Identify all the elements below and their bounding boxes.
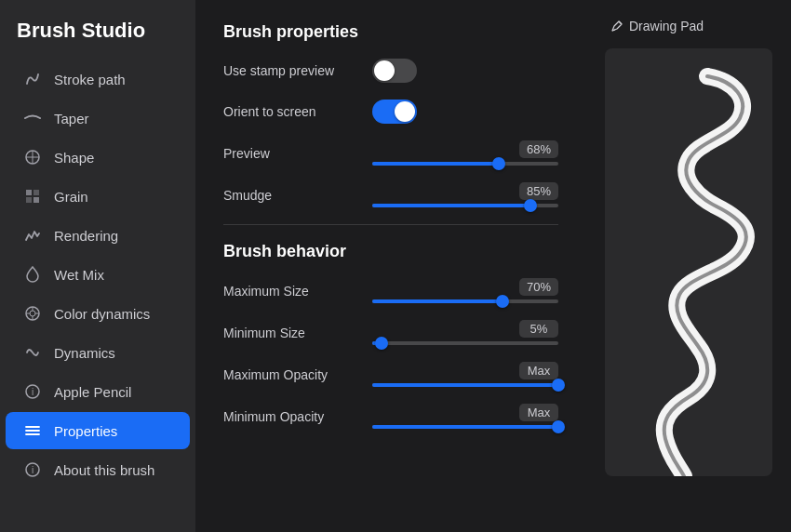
svg-text:i: i [32,465,34,475]
sidebar-item-wet-mix[interactable]: Wet Mix [6,256,190,293]
orient-screen-knob [395,101,415,122]
properties-icon [22,420,43,441]
max-size-fill [372,299,503,303]
sidebar-item-grain[interactable]: Grain [6,178,190,215]
max-size-value: 70% [519,278,558,296]
smudge-value: 85% [519,182,558,200]
grain-icon [22,186,43,206]
dynamics-icon [22,342,43,363]
min-opacity-row: Minimum Opacity Max [223,404,558,429]
drawing-pad-icon [610,20,623,33]
sidebar-item-taper-label: Taper [54,111,89,126]
sidebar: Brush Studio Stroke path Taper Shape [0,0,195,532]
drawing-pad-header: Drawing Pad [610,19,704,33]
smudge-value-header: 85% [372,182,558,200]
smudge-thumb [524,199,537,212]
sidebar-item-properties[interactable]: Properties [6,412,190,449]
svg-rect-4 [34,197,39,203]
sidebar-item-apple-pencil-label: Apple Pencil [54,384,131,400]
stamp-preview-row: Use stamp preview [223,59,558,83]
min-opacity-fill [372,425,558,429]
orient-screen-row: Orient to screen [223,100,558,124]
smudge-slider-container: 85% [372,182,558,207]
drawing-pad-label: Drawing Pad [629,19,704,33]
preview-value: 68% [519,140,558,158]
main-content: Brush properties Use stamp preview Orien… [195,0,586,532]
sidebar-item-wet-mix-label: Wet Mix [54,267,104,283]
min-opacity-label: Minimum Opacity [223,409,372,424]
sidebar-item-stroke-path[interactable]: Stroke path [6,60,190,98]
max-opacity-row: Maximum Opacity Max [223,362,558,387]
preview-track[interactable] [372,162,558,166]
app-title: Brush Studio [0,19,195,60]
sidebar-item-stroke-path-label: Stroke path [54,72,126,87]
sidebar-item-color-dynamics[interactable]: Color dynamics [6,295,190,332]
smudge-fill [372,204,530,207]
max-opacity-label: Maximum Opacity [223,367,372,382]
color-dynamics-icon [22,303,43,324]
sidebar-item-grain-label: Grain [54,189,88,205]
sidebar-item-color-dynamics-label: Color dynamics [54,306,150,322]
sidebar-item-dynamics-label: Dynamics [54,345,115,361]
max-opacity-fill [372,383,558,387]
orient-screen-control [372,100,558,124]
rendering-icon [22,225,43,246]
sidebar-item-about[interactable]: i About this brush [6,451,190,488]
min-size-value-header: 5% [372,320,558,338]
sidebar-item-rendering-label: Rendering [54,228,118,244]
svg-rect-2 [34,190,39,195]
sidebar-item-taper[interactable]: Taper [6,100,190,137]
min-size-label: Minimum Size [223,326,372,340]
smudge-track[interactable] [372,204,558,207]
min-opacity-thumb [552,420,565,433]
sidebar-item-about-label: About this brush [54,462,154,478]
smudge-row: Smudge 85% [223,182,558,207]
sidebar-item-shape[interactable]: Shape [6,139,190,176]
sidebar-item-rendering[interactable]: Rendering [6,217,190,254]
max-size-row: Maximum Size 70% [223,278,558,303]
max-size-track[interactable] [372,299,558,303]
sidebar-item-apple-pencil[interactable]: i Apple Pencil [6,373,190,410]
max-size-slider-container: 70% [372,278,558,303]
max-opacity-track[interactable] [372,383,558,387]
min-opacity-value: Max [519,404,558,421]
drawing-pad-canvas[interactable] [605,48,772,476]
svg-point-6 [30,311,35,316]
taper-icon [22,108,43,128]
smudge-label: Smudge [223,188,372,203]
about-icon: i [22,459,43,480]
brush-stroke-preview [605,48,772,476]
max-opacity-value-header: Max [372,362,558,379]
max-size-label: Maximum Size [223,284,372,299]
min-size-track[interactable] [372,341,558,345]
preview-fill [372,162,499,166]
stamp-preview-label: Use stamp preview [223,63,372,78]
preview-value-header: 68% [372,140,558,158]
min-size-slider-container: 5% [372,320,558,345]
sidebar-item-dynamics[interactable]: Dynamics [6,334,190,371]
max-opacity-value: Max [519,362,558,379]
max-opacity-thumb [552,379,565,392]
max-size-thumb [496,295,509,308]
orient-screen-toggle[interactable] [372,100,417,124]
min-opacity-track[interactable] [372,425,558,429]
wet-mix-icon [22,264,43,285]
sidebar-item-shape-label: Shape [54,150,94,166]
preview-label: Preview [223,146,372,161]
stamp-preview-knob [374,60,395,81]
apple-pencil-icon: i [22,381,43,402]
preview-slider-container: 68% [372,140,558,166]
min-opacity-slider-container: Max [372,404,558,429]
svg-text:i: i [32,387,34,397]
stamp-preview-toggle[interactable] [372,59,417,83]
min-opacity-value-header: Max [372,404,558,421]
section-divider [223,224,558,225]
min-size-row: Minimum Size 5% [223,320,558,345]
max-size-value-header: 70% [372,278,558,296]
stamp-preview-control [372,59,558,83]
preview-row: Preview 68% [223,140,558,166]
orient-screen-label: Orient to screen [223,104,372,119]
svg-rect-1 [26,190,32,195]
max-opacity-slider-container: Max [372,362,558,387]
shape-icon [22,147,43,167]
